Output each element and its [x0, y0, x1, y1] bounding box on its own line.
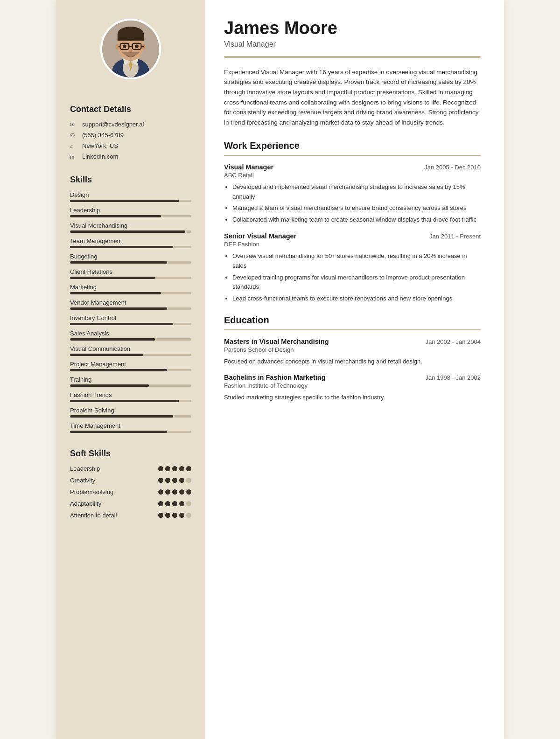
dot: [179, 478, 184, 483]
education-title: Education: [224, 315, 481, 326]
phone-icon: ✆: [70, 132, 78, 139]
linkedin-icon: in: [70, 154, 78, 160]
soft-skill-name: Attention to detail: [70, 512, 117, 519]
skill-bar: [70, 215, 191, 217]
skill-name: Sales Analysis: [70, 330, 191, 337]
dot: [158, 513, 163, 518]
skill-bar: [70, 292, 191, 294]
skill-item: Sales Analysis: [70, 330, 191, 341]
job-bullet: Collaborated with marketing team to crea…: [232, 215, 481, 225]
svg-point-16: [123, 45, 126, 49]
skill-bar: [70, 415, 191, 418]
edu-description: Studied marketing strategies specific to…: [224, 393, 481, 403]
email-text: support@cvdesigner.ai: [82, 121, 144, 128]
education-container: Masters in Visual Merchandising Jan 2002…: [224, 338, 481, 403]
dot: [179, 501, 184, 506]
soft-skill-item: Creativity: [70, 477, 191, 484]
contact-title: Contact Details: [70, 105, 131, 114]
dots: [158, 466, 191, 471]
work-experience-title: Work Experience: [224, 140, 481, 151]
soft-skill-name: Leadership: [70, 465, 100, 472]
skill-bar: [70, 230, 191, 233]
edu-degree: Masters in Visual Merchandising: [224, 338, 329, 345]
edu-school: Parsons School of Design: [224, 346, 481, 353]
dot: [186, 478, 191, 483]
contact-linkedin: in LinkedIn.com: [70, 153, 118, 160]
job-bullets: Oversaw visual merchandising for 50+ sto…: [224, 251, 481, 304]
contact-location: ⌂ NewYork, US: [70, 142, 118, 149]
skill-item: Visual Communication: [70, 345, 191, 356]
skill-bar: [70, 261, 191, 264]
education-divider: [224, 329, 481, 330]
edu-header: Bachelins in Fashion Marketing Jan 1998 …: [224, 374, 481, 381]
job-title: Senior Visual Manager: [224, 232, 296, 240]
skill-name: Budgeting: [70, 253, 191, 260]
skill-item: Project Management: [70, 361, 191, 371]
skill-name: Time Management: [70, 422, 191, 429]
job-entry: Senior Visual Manager Jan 2011 - Present…: [224, 232, 481, 304]
skill-name: Training: [70, 376, 191, 383]
soft-skill-item: Problem-solving: [70, 488, 191, 495]
edu-entry: Masters in Visual Merchandising Jan 2002…: [224, 338, 481, 367]
svg-point-17: [135, 45, 139, 49]
job-date: Jan 2011 - Present: [429, 233, 481, 240]
job-bullet: Managed a team of visual merchandisers t…: [232, 203, 481, 213]
jobs-container: Visual Manager Jan 2005 - Dec 2010 ABC R…: [224, 163, 481, 304]
job-bullet: Developed and implemented visual merchan…: [232, 182, 481, 202]
dot: [186, 501, 191, 506]
dot: [172, 489, 177, 495]
header-divider: [224, 56, 481, 58]
job-company: ABC Retail: [224, 172, 481, 179]
avatar: [100, 19, 161, 79]
dot: [158, 466, 163, 471]
soft-skill-name: Adaptability: [70, 500, 101, 507]
job-header: Senior Visual Manager Jan 2011 - Present: [224, 232, 481, 240]
soft-skill-name: Creativity: [70, 477, 95, 484]
skill-item: Vendor Management: [70, 299, 191, 310]
soft-skill-item: Adaptability: [70, 500, 191, 507]
skill-name: Visual Merchandising: [70, 222, 191, 229]
edu-date: Jan 1998 - Jan 2002: [425, 374, 481, 381]
skill-item: Budgeting: [70, 253, 191, 264]
edu-description: Focused on advanced concepts in visual m…: [224, 357, 481, 367]
location-icon: ⌂: [70, 143, 78, 149]
skill-item: Design: [70, 191, 191, 202]
email-icon: ✉: [70, 121, 78, 128]
skill-bar: [70, 431, 191, 433]
location-text: NewYork, US: [82, 142, 118, 149]
skill-item: Fashion Trends: [70, 391, 191, 402]
skills-container: Design Leadership Visual Merchandising T…: [70, 191, 191, 438]
dot: [179, 513, 184, 518]
soft-skill-item: Leadership: [70, 465, 191, 472]
edu-school: Fashion Institute of Technology: [224, 382, 481, 389]
skill-bar: [70, 246, 191, 248]
dot: [165, 466, 170, 471]
dots: [158, 489, 191, 495]
dot: [165, 478, 170, 483]
dots: [158, 501, 191, 506]
skill-name: Marketing: [70, 284, 191, 291]
edu-header: Masters in Visual Merchandising Jan 2002…: [224, 338, 481, 345]
soft-skill-item: Attention to detail: [70, 512, 191, 519]
skill-name: Project Management: [70, 361, 191, 368]
contact-email: ✉ support@cvdesigner.ai: [70, 121, 144, 128]
skill-name: Team Management: [70, 237, 191, 244]
svg-rect-8: [118, 34, 144, 41]
skill-name: Vendor Management: [70, 299, 191, 306]
edu-date: Jan 2002 - Jan 2004: [425, 338, 481, 345]
dot: [158, 478, 163, 483]
skill-name: Client Relations: [70, 268, 191, 275]
dots: [158, 478, 191, 483]
skill-item: Leadership: [70, 207, 191, 217]
skill-bar: [70, 338, 191, 341]
dot: [165, 489, 170, 495]
dot: [186, 513, 191, 518]
skill-item: Training: [70, 376, 191, 387]
skill-name: Design: [70, 191, 191, 198]
dot: [179, 489, 184, 495]
skill-item: Team Management: [70, 237, 191, 248]
skill-name: Problem Solving: [70, 407, 191, 414]
dot: [172, 501, 177, 506]
skill-bar: [70, 384, 191, 387]
skill-name: Inventory Control: [70, 314, 191, 321]
